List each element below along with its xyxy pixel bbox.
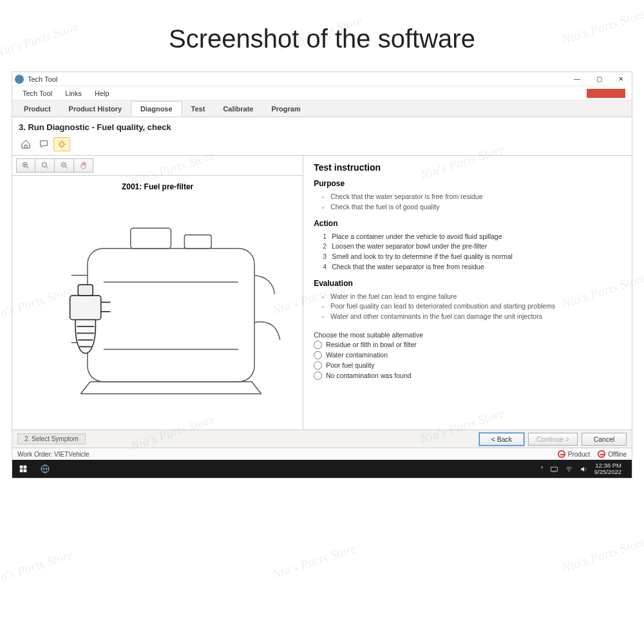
taskbar-clock[interactable]: 12:38 PM 9/25/2022 — [594, 462, 625, 476]
pan-button[interactable] — [74, 158, 93, 173]
page-caption: Screenshot of the software — [0, 0, 644, 71]
work-order-label: Work Order: — [17, 451, 52, 458]
window-minimize-button[interactable]: — — [566, 72, 588, 86]
list-item: Check that the water separator is free f… — [330, 192, 621, 202]
windows-taskbar: ˄ 12:38 PM 9/25/2022 — [12, 460, 632, 478]
wizard-footer: 2. Select Symptom < Back Continue > Canc… — [12, 430, 632, 448]
tab-test[interactable]: Test — [182, 102, 214, 116]
zoom-toolbar — [12, 156, 303, 176]
network-icon[interactable] — [550, 465, 558, 473]
tabbar: Product Product History Diagnose Test Ca… — [12, 100, 632, 117]
globe-icon — [40, 464, 50, 474]
prev-step-pill[interactable]: 2. Select Symptom — [17, 433, 86, 444]
diagnostic-button[interactable] — [53, 137, 70, 151]
purpose-heading: Purpose — [314, 179, 621, 188]
zoom-in-button[interactable] — [16, 158, 35, 173]
status-bar: Work Order: VIETVehicle Product Offline — [12, 448, 632, 460]
diagram-title: Z001: Fuel pre-filter — [12, 176, 303, 195]
choice-prompt: Choose the most suitable alternative — [314, 331, 621, 339]
window-maximize-button[interactable]: ▢ — [588, 72, 610, 86]
status-product[interactable]: Product — [558, 450, 590, 458]
svg-rect-11 — [24, 469, 27, 473]
radio-input[interactable] — [314, 351, 322, 359]
choice-label: Water contamination — [326, 351, 388, 359]
choice-poor-fuel-quality[interactable]: Poor fuel quality — [314, 361, 621, 370]
start-button[interactable] — [12, 460, 34, 478]
comment-button[interactable] — [35, 137, 52, 151]
volume-icon[interactable] — [580, 465, 588, 473]
menu-help[interactable]: Help — [88, 88, 116, 99]
choice-label: No contamination was found — [326, 372, 412, 379]
brand-badge — [587, 89, 625, 98]
svg-rect-6 — [70, 296, 101, 320]
home-icon — [21, 139, 31, 149]
evaluation-heading: Evaluation — [314, 279, 621, 288]
tab-calibrate[interactable]: Calibrate — [214, 102, 262, 116]
svg-point-14 — [569, 471, 569, 471]
choice-residue[interactable]: Residue or filth in bowl or filter — [314, 341, 621, 349]
purpose-list: Check that the water separator is free f… — [314, 192, 621, 213]
section-title: 3. Run Diagnostic - Fuel quality, check — [12, 117, 632, 136]
magnifier-plus-icon — [21, 161, 30, 170]
zoom-tool-button[interactable] — [35, 158, 55, 173]
left-panel: Z001: Fuel pre-filter — [12, 156, 303, 430]
magnifier-minus-icon — [60, 161, 69, 170]
menubar: Tech Tool Links Help — [12, 86, 632, 100]
choice-water-contamination[interactable]: Water contamination — [314, 351, 621, 359]
window-title: Tech Tool — [28, 75, 566, 83]
chevron-up-icon[interactable]: ˄ — [540, 466, 544, 473]
radio-input[interactable] — [314, 372, 322, 380]
radio-input[interactable] — [314, 361, 322, 370]
system-tray[interactable]: ˄ 12:38 PM 9/25/2022 — [540, 462, 632, 476]
fuel-prefilter-illustration — [16, 199, 299, 426]
radio-input[interactable] — [314, 341, 322, 349]
back-button[interactable]: < Back — [479, 433, 524, 446]
toolbar — [12, 136, 632, 155]
svg-rect-7 — [78, 285, 93, 296]
status-chip-label: Offline — [608, 451, 627, 458]
tab-program[interactable]: Program — [262, 102, 309, 116]
status-dot-icon — [598, 450, 605, 458]
svg-rect-13 — [551, 467, 557, 471]
status-dot-icon — [558, 450, 565, 458]
svg-rect-5 — [184, 235, 211, 249]
tab-diagnose[interactable]: Diagnose — [131, 101, 182, 117]
svg-rect-9 — [24, 466, 27, 469]
continue-button[interactable]: Continue > — [528, 433, 578, 446]
evaluation-list: Water in the fuel can lead to engine fai… — [314, 292, 621, 322]
menu-links[interactable]: Links — [59, 88, 88, 99]
list-item: Place a container under the vehicle to a… — [323, 232, 621, 242]
app-window: Tech Tool — ▢ ✕ Tech Tool Links Help Pro… — [12, 71, 632, 478]
choice-no-contamination[interactable]: No contamination was found — [314, 372, 621, 380]
watermark: Nia's Parts Store — [560, 535, 644, 576]
list-item: Check that the fuel is of good quality — [330, 202, 621, 213]
home-button[interactable] — [17, 137, 34, 151]
wifi-icon[interactable] — [565, 465, 573, 473]
diagram-canvas[interactable] — [12, 195, 303, 430]
choice-label: Poor fuel quality — [326, 361, 374, 369]
titlebar: Tech Tool — ▢ ✕ — [12, 72, 632, 86]
speech-bubble-icon — [39, 139, 49, 149]
tab-product-history[interactable]: Product History — [60, 102, 131, 116]
menu-tech-tool[interactable]: Tech Tool — [16, 88, 59, 99]
svg-point-2 — [42, 162, 46, 167]
clock-date: 9/25/2022 — [594, 469, 621, 475]
list-item: Water in the fuel can lead to engine fai… — [330, 292, 621, 302]
instruction-heading: Test instruction — [314, 162, 621, 173]
content-area: Z001: Fuel pre-filter — [12, 155, 632, 430]
svg-rect-8 — [20, 466, 23, 469]
windows-logo-icon — [19, 464, 28, 473]
zoom-out-button[interactable] — [55, 158, 74, 173]
action-heading: Action — [314, 219, 621, 228]
work-order-value: VIETVehicle — [54, 451, 89, 458]
watermark: Nia's Parts Store — [270, 541, 358, 582]
right-panel: Test instruction Purpose Check that the … — [303, 156, 632, 430]
magnifier-icon — [41, 161, 50, 170]
taskbar-app-techtool[interactable] — [34, 460, 56, 478]
gear-sparkle-icon — [57, 139, 67, 149]
window-close-button[interactable]: ✕ — [610, 72, 632, 86]
cancel-button[interactable]: Cancel — [582, 433, 627, 446]
tab-product[interactable]: Product — [15, 102, 60, 116]
action-list: Place a container under the vehicle to a… — [314, 232, 621, 272]
status-offline[interactable]: Offline — [598, 450, 627, 458]
